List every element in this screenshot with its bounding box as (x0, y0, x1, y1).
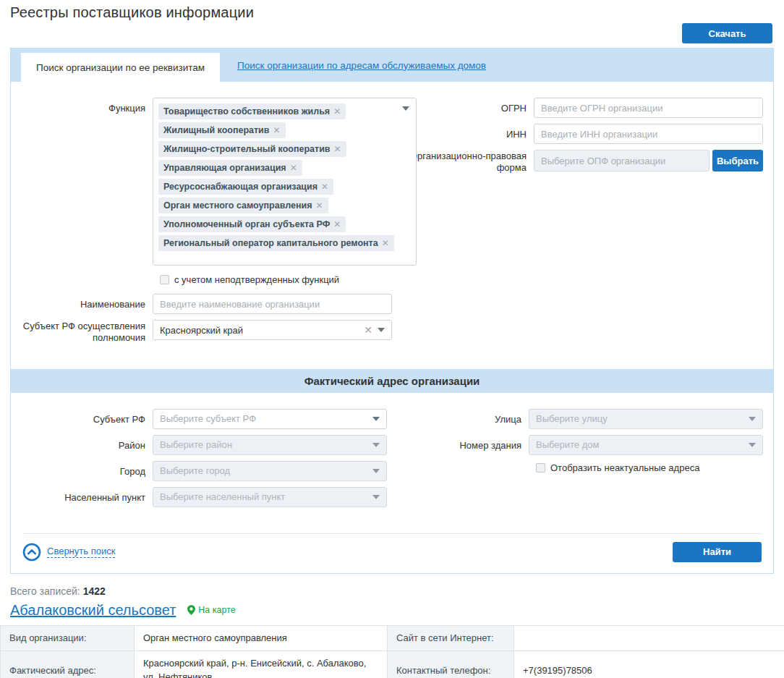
function-tag-label: Уполномоченный орган субъекта РФ (163, 219, 330, 229)
actual-address-label: Фактический адрес: (1, 651, 135, 678)
settlement-placeholder: Выберите населенный пункт (160, 491, 285, 502)
chevron-down-icon (402, 106, 409, 111)
function-tag: Орган местного самоуправления✕ (158, 198, 328, 213)
inn-label: ИНН (402, 124, 534, 144)
remove-tag-icon[interactable]: ✕ (290, 163, 297, 173)
remove-tag-icon[interactable]: ✕ (382, 238, 389, 248)
subject-rf-placeholder: Выберите субъект РФ (160, 413, 256, 424)
total-records: Всего записей:1422 (0, 585, 784, 597)
form-left-column: Функция Товарищество собственников жилья… (21, 98, 392, 350)
function-tag: Управляющая организация✕ (158, 160, 302, 176)
total-records-label: Всего записей: (10, 585, 80, 597)
chevron-down-icon (372, 417, 380, 421)
settlement-select: Выберите населенный пункт (153, 487, 387, 507)
organization-details-table: Вид организации: Орган местного самоупра… (0, 625, 784, 678)
table-row: Вид организации: Орган местного самоупра… (1, 625, 784, 651)
function-tag: Жилищно-строительный кооператив✕ (158, 141, 346, 157)
search-form: Функция Товарищество собственников жилья… (11, 82, 773, 573)
form-right-column: ОГРН ИНН Организационно-правовая форма (402, 98, 763, 350)
settlement-label: Населенный пункт (21, 487, 153, 507)
inn-input[interactable] (534, 124, 763, 144)
address-right-column: Улица Выберите улицу Номер здания Выбери… (397, 409, 763, 513)
subject-rf-authority-select[interactable]: Красноярский край ✕ (153, 320, 392, 340)
opf-choose-button[interactable]: Выбрать (712, 150, 763, 171)
collapse-search-label: Свернуть поиск (47, 546, 115, 558)
building-select: Выберите дом (529, 435, 763, 455)
tab-search-by-addresses[interactable]: Поиск организации по адресам обслуживаем… (237, 48, 486, 82)
building-label: Номер здания (397, 435, 529, 455)
district-select: Выберите район (153, 435, 387, 455)
address-left-column: Субъект РФ Выберите субъект РФ Район Выб… (21, 409, 387, 513)
chevron-down-icon (378, 328, 385, 332)
org-type-value: Орган местного самоуправления (135, 625, 388, 651)
function-tag-label: Ресурсоснабжающая организация (163, 182, 318, 192)
function-label: Функция (21, 98, 153, 266)
actual-address-section-title: Фактический адрес организации (11, 369, 773, 393)
remove-tag-icon[interactable]: ✕ (315, 200, 323, 211)
show-inactive-addresses-checkbox[interactable] (536, 463, 545, 473)
district-placeholder: Выберите район (160, 439, 232, 450)
clear-icon[interactable]: ✕ (364, 325, 372, 335)
unconfirmed-functions-checkbox[interactable] (160, 275, 169, 284)
function-tag-label: Товарищество собственников жилья (163, 106, 330, 116)
chevron-down-icon (749, 417, 756, 421)
function-tag-label: Жилищно-строительный кооператив (163, 144, 331, 154)
subject-rf-label: Субъект РФ (21, 409, 153, 429)
chevron-down-icon (749, 443, 756, 447)
total-records-value: 1422 (83, 585, 106, 597)
district-label: Район (21, 435, 153, 455)
remove-tag-icon[interactable]: ✕ (333, 219, 341, 229)
website-label: Сайт в сети Интернет: (388, 625, 514, 651)
chevron-down-icon (372, 469, 380, 473)
remove-tag-icon[interactable]: ✕ (321, 182, 328, 192)
remove-tag-icon[interactable]: ✕ (273, 125, 280, 135)
map-pin-icon (187, 605, 195, 615)
function-tag-label: Орган местного самоуправления (163, 200, 312, 211)
function-tag: Уполномоченный орган субъекта РФ✕ (158, 216, 346, 232)
ogrn-label: ОГРН (402, 98, 534, 118)
function-tag: Товарищество собственников жилья✕ (158, 103, 346, 119)
actual-address-value: Красноярский край, р-н. Енисейский, с. А… (135, 651, 388, 678)
chevron-down-icon (372, 495, 380, 499)
collapse-search-link[interactable]: Свернуть поиск (22, 543, 115, 562)
organization-link[interactable]: Абалаковский сельсовет (10, 602, 176, 619)
function-tag: Региональный оператор капитального ремон… (158, 235, 394, 251)
results-section: Всего записей:1422 Абалаковский сельсове… (0, 574, 784, 678)
subject-rf-authority-value: Красноярский край (160, 325, 243, 336)
chevron-up-circle-icon (22, 543, 41, 562)
unconfirmed-functions-label[interactable]: с учетом неподтвержденных функций (174, 274, 339, 285)
name-label: Наименование (21, 294, 153, 314)
street-select: Выберите улицу (529, 409, 763, 429)
page-header: Реестры поставщиков информации Скачать (0, 0, 784, 48)
show-inactive-addresses-label[interactable]: Отобразить неактуальные адреса (550, 462, 699, 473)
city-placeholder: Выберите город (160, 465, 230, 476)
on-map-link[interactable]: На карте (187, 605, 235, 615)
ogrn-input[interactable] (534, 98, 763, 118)
building-placeholder: Выберите дом (536, 439, 599, 450)
street-placeholder: Выберите улицу (536, 413, 608, 424)
org-type-label: Вид организации: (1, 625, 135, 651)
function-tag-label: Региональный оператор капитального ремон… (163, 238, 378, 248)
function-multiselect[interactable]: Товарищество собственников жилья✕ Жилищн… (153, 98, 417, 266)
table-row: Фактический адрес: Красноярский край, р-… (1, 651, 784, 678)
phone-value: +7(39195)78506 (514, 651, 784, 678)
city-label: Город (21, 461, 153, 481)
opf-input: Выберите ОПФ организации (534, 150, 710, 171)
search-panel: Поиск организации по ее реквизитам Поиск… (10, 48, 774, 574)
function-tag-label: Управляющая организация (163, 163, 286, 173)
remove-tag-icon[interactable]: ✕ (334, 144, 341, 154)
function-tag: Жилищный кооператив✕ (158, 122, 286, 138)
remove-tag-icon[interactable]: ✕ (333, 106, 341, 116)
website-value (514, 625, 784, 651)
tab-bar: Поиск организации по ее реквизитам Поиск… (11, 48, 773, 82)
download-button[interactable]: Скачать (682, 23, 772, 43)
tab-search-by-requisites[interactable]: Поиск организации по ее реквизитам (21, 53, 220, 82)
opf-label: Организационно-правовая форма (402, 150, 534, 174)
name-input[interactable] (153, 294, 392, 314)
street-label: Улица (397, 409, 529, 429)
subject-rf-select[interactable]: Выберите субъект РФ (153, 409, 387, 429)
function-tag-label: Жилищный кооператив (163, 125, 269, 135)
find-button[interactable]: Найти (673, 542, 762, 562)
subject-rf-authority-label: Субъект РФ осуществления полномочия (21, 320, 153, 344)
chevron-down-icon (372, 443, 380, 447)
